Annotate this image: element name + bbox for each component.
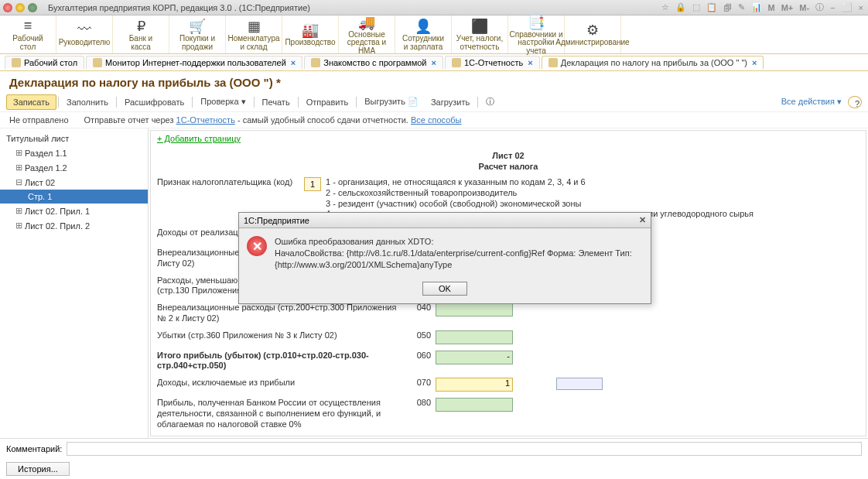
expand-icon[interactable]: ⊞ [14,148,23,158]
footer: История... [0,459,868,479]
sidebar-item-label: Раздел 1.2 [25,163,67,173]
row-label: Убытки (стр.360 Приложения № 3 к Листу 0… [157,330,412,341]
row-label: Прибыль, полученная Банком России от осу… [157,398,412,429]
tb-mminus-icon[interactable]: M- [798,3,811,12]
sidebar-item-3[interactable]: ⊟Лист 02 [0,175,148,190]
win-close-icon[interactable] [3,3,12,12]
check-button[interactable]: Проверка ▾ [194,94,251,109]
fill-button[interactable]: Заполнить [60,95,114,109]
nav-item-9[interactable]: 📑Справочники инастройки учета [508,15,565,53]
sidebar-item-0[interactable]: Титульный лист [0,132,148,145]
dialog-close-icon[interactable]: ✕ [639,215,646,225]
tb-restore-icon[interactable]: ⬜ [840,2,854,12]
tb-calc-icon[interactable]: 📊 [750,2,764,12]
tb-edit-icon[interactable]: ✎ [736,2,747,12]
sign-code-input[interactable]: 1 [304,177,321,191]
ok-button[interactable]: OK [422,282,467,296]
value-input[interactable]: - [436,351,513,364]
nav-icon: ⚙ [586,22,599,37]
tb-star-icon[interactable]: ☆ [660,2,671,12]
tb-m-icon[interactable]: M [767,3,777,12]
nav-item-2[interactable]: ₽Банк икасса [113,15,169,53]
tb-mplus-icon[interactable]: M+ [780,3,795,12]
comment-input[interactable] [67,442,862,456]
nav-item-0[interactable]: ≡Рабочийстол [0,15,56,53]
status-message: Отправьте отчет через 1С-Отчетность - са… [84,115,462,125]
nav-item-10[interactable]: ⚙Администрирование [565,15,621,53]
tb-close-icon[interactable]: × [857,3,865,12]
tb-lock-icon[interactable]: 🔒 [674,2,688,12]
win-max-icon[interactable] [28,3,37,12]
sidebar-item-5[interactable]: ⊞Лист 02. Прил. 1 [0,204,148,218]
tab-label: Рабочий стол [24,58,77,67]
nav-item-3[interactable]: 🛒Покупки ипродажи [169,15,226,53]
expand-icon[interactable]: ⊞ [14,221,23,231]
row-label: Доходы, исключаемые из прибыли [157,378,412,388]
value-input[interactable] [436,398,513,412]
sidebar-item-2[interactable]: ⊞Раздел 1.2 [0,160,148,175]
tb-sq-icon[interactable]: ⬚ [691,2,702,12]
help-icon[interactable]: ? [848,96,862,108]
write-button[interactable]: Записать [6,94,56,110]
extra-box[interactable] [556,378,603,390]
nav-item-8[interactable]: ⬛Учет, налоги,отчетность [452,15,508,53]
nav-item-7[interactable]: 👤Сотрудникии зарплата [395,15,452,53]
sidebar-item-label: Лист 02 [25,178,55,187]
tab-2[interactable]: Знакомство с программой× [304,56,443,69]
nav-label: Производство [285,39,335,47]
tab-0[interactable]: Рабочий стол [5,56,84,69]
tab-1[interactable]: Монитор Интернет-поддержки пользователей… [86,56,302,69]
value-input[interactable] [436,436,513,436]
tb-minimize-icon[interactable]: − [829,3,836,12]
nav-label: Банк икасса [129,35,152,51]
form-row-080: Прибыль, полученная Банком России от осу… [157,398,859,429]
send-button[interactable]: Отправить [300,95,355,109]
dialog-buttons: OK [239,279,651,303]
decode-button[interactable]: Расшифровать [118,95,190,109]
value-input[interactable]: 1 [436,378,513,392]
sidebar-item-4[interactable]: Стр. 1 [0,190,148,204]
toolbar-help-icon[interactable]: ⓘ [480,94,501,110]
row-label: Итого прибыль (убыток) (стр.010+стр.020-… [157,351,412,372]
sidebar-item-6[interactable]: ⊞Лист 02. Прил. 2 [0,218,148,233]
page-title: Декларация по налогу на прибыль за (ООО … [9,76,859,89]
load-button[interactable]: Загрузить [425,95,476,109]
expand-icon[interactable]: ⊞ [14,163,23,173]
tab-close-icon[interactable]: × [432,58,436,67]
print-button[interactable]: Печать [256,95,296,109]
all-actions-button[interactable]: Все действия ▾ [775,94,848,109]
expand-icon[interactable]: ⊟ [14,177,23,187]
tb-info-icon[interactable]: ⓘ [814,2,825,13]
add-page-link[interactable]: + Добавить страницу [157,134,241,143]
tb-clip-icon[interactable]: 📋 [705,2,719,12]
export-button[interactable]: Выгрузить 📄 [358,94,425,109]
expand-icon[interactable]: ⊞ [14,206,23,216]
win-min-icon[interactable] [15,3,25,12]
link-all-methods[interactable]: Все способы [411,115,462,125]
nav-label: Руководителю [59,39,111,47]
nav-item-6[interactable]: 🚚Основныесредства и НМА [339,15,395,53]
line-code: 080 [412,398,436,407]
sidebar-item-1[interactable]: ⊞Раздел 1.1 [0,145,148,160]
value-input[interactable] [436,330,513,344]
tab-close-icon[interactable]: × [752,58,757,67]
tb-copy-icon[interactable]: 🗐 [722,3,733,12]
nav-item-1[interactable]: 〰Руководителю [56,15,113,53]
form-row-070: Доходы, исключаемые из прибыли0701 [157,378,859,392]
window-titlebar: Бухгалтерия предприятия КОРП, редакция 3… [0,0,868,15]
tab-close-icon[interactable]: × [528,58,532,67]
tab-4[interactable]: Декларация по налогу на прибыль за (ООО … [542,56,764,69]
nav-label: Сотрудникии зарплата [402,35,444,51]
nav-item-5[interactable]: 🏭Производство [282,15,339,53]
dialog-title: 1С:Предприятие [244,216,309,225]
nav-icon: 🚚 [358,14,375,29]
nav-item-4[interactable]: ▦Номенклатураи склад [226,15,282,53]
tab-label: Монитор Интернет-поддержки пользователей [105,58,286,67]
sections-sidebar: Титульный лист⊞Раздел 1.1⊞Раздел 1.2⊟Лис… [0,128,149,438]
link-1c-report[interactable]: 1С-Отчетность [176,115,235,125]
history-button[interactable]: История... [6,462,70,476]
tab-close-icon[interactable]: × [291,58,296,67]
value-input[interactable] [436,303,513,316]
dialog-titlebar: 1С:Предприятие ✕ [239,213,651,228]
tab-3[interactable]: 1С-Отчетность× [445,56,540,69]
